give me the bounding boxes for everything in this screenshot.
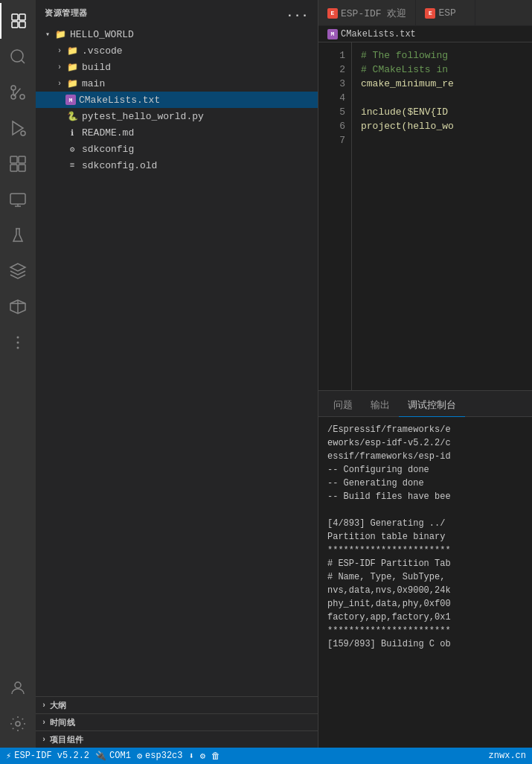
activity-bar bbox=[0, 0, 36, 748]
main-folder-icon: 📁 bbox=[65, 78, 79, 89]
svg-rect-14 bbox=[19, 165, 25, 171]
svg-rect-3 bbox=[19, 22, 25, 28]
panel-line-16: *********************** bbox=[327, 624, 523, 637]
problems-label: 问题 bbox=[333, 400, 353, 411]
line-num-1: 1 bbox=[318, 48, 345, 63]
device-status-icon: ⚙ bbox=[137, 751, 142, 762]
project-components-header[interactable]: › 项目组件 bbox=[36, 731, 318, 748]
settings-status-icon: ⚙ bbox=[200, 751, 205, 762]
explorer-icon[interactable] bbox=[0, 3, 36, 39]
line-num-4: 4 bbox=[318, 91, 345, 105]
cube-icon[interactable] bbox=[0, 289, 36, 325]
tree-item-cmakelists[interactable]: M CMakeLists.txt bbox=[36, 92, 318, 108]
tab-debug-console[interactable]: 调试控制台 bbox=[399, 394, 465, 417]
tab-esp-welcome[interactable]: E ESP-IDF 欢迎 bbox=[318, 0, 416, 26]
project-root[interactable]: ▾ 📁 HELLO_WORLD bbox=[36, 26, 318, 42]
tree-item-pytest[interactable]: 🐍 pytest_hello_world.py bbox=[36, 108, 318, 124]
status-port[interactable]: 🔌 COM1 bbox=[95, 751, 131, 762]
tab-bar: E ESP-IDF 欢迎 E ESP bbox=[318, 0, 532, 26]
outline-section: › 大纲 bbox=[36, 696, 318, 713]
line-num-3: 3 bbox=[318, 77, 345, 91]
panel-line-14: phy_init,data,phy,0xf00 bbox=[327, 597, 523, 611]
line-num-5: 5 bbox=[318, 105, 345, 119]
svg-point-22 bbox=[17, 347, 19, 349]
panel-line-2: eworks/esp-idf-v5.2.2/c bbox=[327, 436, 523, 450]
esp-idf-icon[interactable] bbox=[0, 253, 36, 289]
extensions-icon[interactable] bbox=[0, 146, 36, 182]
account-icon[interactable] bbox=[0, 670, 36, 706]
timeline-section: › 时间线 bbox=[36, 713, 318, 730]
sidebar-header: 资源管理器 ... bbox=[36, 0, 318, 26]
esp-status-icon: ⚡ bbox=[6, 751, 11, 762]
editor-wrapper: M CMakeLists.txt 1 2 3 4 5 6 7 # The fol… bbox=[318, 26, 532, 748]
code-line-5: include($ENV{ID bbox=[361, 105, 523, 119]
status-bar: ⚡ ESP-IDF v5.2.2 🔌 COM1 ⚙ esp32c3 ⬇ ⚙ 🗑 … bbox=[0, 748, 532, 764]
esp-idf-version: ESP-IDF v5.2.2 bbox=[14, 751, 89, 761]
panel-line-4: -- Configuring done bbox=[327, 463, 523, 477]
panel-line-8: [4/893] Generating ../ bbox=[327, 517, 523, 530]
panel-area: 问题 输出 调试控制台 /Espressif/frameworks/e ewor… bbox=[318, 390, 532, 748]
code-line-3: cmake_minimum_re bbox=[361, 77, 523, 91]
svg-rect-12 bbox=[19, 156, 25, 163]
code-line-7 bbox=[361, 133, 523, 147]
status-device[interactable]: ⚙ esp32c3 bbox=[137, 751, 183, 762]
svg-rect-2 bbox=[12, 22, 18, 28]
status-site[interactable]: znwx.cn bbox=[489, 751, 526, 761]
sidebar-more-button[interactable]: ... bbox=[286, 7, 309, 20]
svg-point-4 bbox=[11, 50, 23, 62]
tab-output[interactable]: 输出 bbox=[362, 394, 399, 417]
panel-line-13: nvs,data,nvs,0x9000,24k bbox=[327, 584, 523, 597]
sdkconfig-old-label: sdkconfig.old bbox=[82, 160, 157, 171]
status-settings-btn[interactable]: ⚙ bbox=[200, 751, 205, 762]
project-components-chevron-icon: › bbox=[42, 736, 47, 744]
panel-line-1: /Espressif/frameworks/e bbox=[327, 423, 523, 436]
tree-item-sdkconfig-old[interactable]: ≡ sdkconfig.old bbox=[36, 157, 318, 174]
timeline-label: 时间线 bbox=[50, 717, 76, 728]
status-flash[interactable]: ⬇ bbox=[189, 751, 194, 762]
sidebar: 资源管理器 ... ▾ 📁 HELLO_WORLD › 📁 .vscode › bbox=[36, 0, 318, 748]
cmakelists-label: CMakeLists.txt bbox=[79, 95, 160, 106]
tree-item-build[interactable]: › 📁 build bbox=[36, 59, 318, 75]
file-tree: ▾ 📁 HELLO_WORLD › 📁 .vscode › 📁 build bbox=[36, 26, 318, 696]
line-num-2: 2 bbox=[318, 63, 345, 77]
tree-item-readme[interactable]: ℹ README.md bbox=[36, 124, 318, 141]
timeline-header[interactable]: › 时间线 bbox=[36, 714, 318, 730]
port-status-icon: 🔌 bbox=[95, 751, 106, 762]
outline-header[interactable]: › 大纲 bbox=[36, 697, 318, 713]
code-editor[interactable]: 1 2 3 4 5 6 7 # The following # CMakeLis… bbox=[318, 42, 532, 390]
debug-console-label: 调试控制台 bbox=[408, 400, 456, 411]
timeline-chevron-icon: › bbox=[42, 719, 47, 727]
flask-icon[interactable] bbox=[0, 217, 36, 253]
pytest-label: pytest_hello_world.py bbox=[82, 111, 204, 122]
svg-rect-1 bbox=[19, 14, 25, 20]
search-icon[interactable] bbox=[0, 39, 36, 74]
tab-esp2[interactable]: E ESP bbox=[416, 0, 475, 26]
svg-point-23 bbox=[15, 682, 21, 688]
activity-bar-top bbox=[0, 3, 36, 670]
config-file-icon: ⚙ bbox=[65, 144, 79, 154]
status-delete-btn[interactable]: 🗑 bbox=[211, 751, 220, 762]
code-content[interactable]: # The following # CMakeLists in cmake_mi… bbox=[352, 42, 532, 390]
config-old-file-icon: ≡ bbox=[65, 161, 79, 170]
tab-esp-welcome-label: ESP-IDF 欢迎 bbox=[341, 7, 406, 20]
activity-bar-bottom bbox=[0, 670, 36, 748]
build-label: build bbox=[82, 62, 111, 73]
remote-icon[interactable] bbox=[0, 182, 36, 217]
site-label: znwx.cn bbox=[489, 751, 526, 761]
status-right: znwx.cn bbox=[489, 751, 526, 761]
source-control-icon[interactable] bbox=[0, 74, 36, 110]
tab-problems[interactable]: 问题 bbox=[324, 394, 362, 417]
panel-tabs: 问题 输出 调试控制台 bbox=[318, 391, 532, 417]
more-icon[interactable] bbox=[0, 325, 36, 360]
settings-icon[interactable] bbox=[0, 706, 36, 742]
panel-line-7 bbox=[327, 503, 523, 517]
cmake-file-icon: M bbox=[65, 95, 76, 105]
status-esp-idf[interactable]: ⚡ ESP-IDF v5.2.2 bbox=[6, 751, 89, 762]
svg-line-5 bbox=[22, 60, 25, 63]
svg-point-10 bbox=[21, 131, 25, 136]
panel-line-9: Partition table binary bbox=[327, 530, 523, 544]
run-debug-icon[interactable] bbox=[0, 110, 36, 146]
tree-item-sdkconfig[interactable]: ⚙ sdkconfig bbox=[36, 141, 318, 157]
tree-item-vscode[interactable]: › 📁 .vscode bbox=[36, 42, 318, 59]
tree-item-main[interactable]: › 📁 main bbox=[36, 75, 318, 92]
